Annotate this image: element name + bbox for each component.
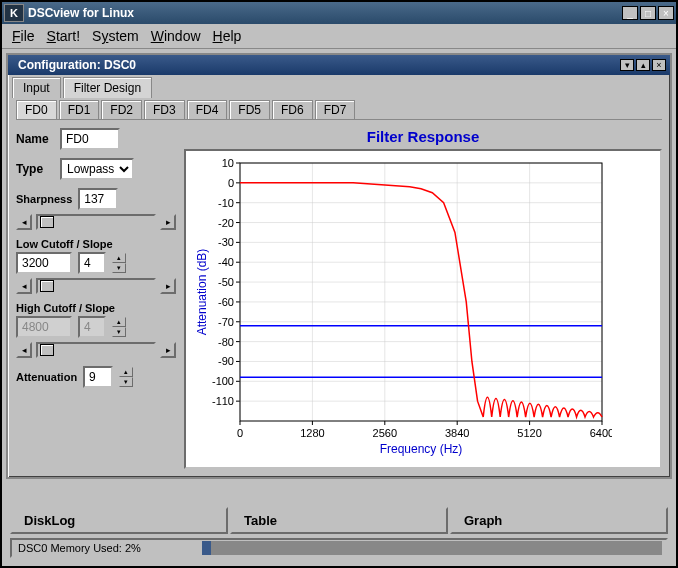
main-window: K DSCview for Linux _ □ × File Start! Sy… [0, 0, 678, 568]
low-cutoff-slider[interactable] [36, 278, 156, 294]
sharpness-slider[interactable] [36, 214, 156, 230]
config-btn-3[interactable]: × [652, 59, 666, 71]
high-slope-up: ▴ [112, 317, 126, 327]
attenuation-input[interactable] [83, 366, 113, 388]
sub-tab-fd4[interactable]: FD4 [187, 100, 228, 119]
svg-text:2560: 2560 [373, 427, 397, 439]
svg-text:0: 0 [228, 177, 234, 189]
sub-tab-fd3[interactable]: FD3 [144, 100, 185, 119]
svg-text:1280: 1280 [300, 427, 324, 439]
titlebar[interactable]: K DSCview for Linux _ □ × [2, 2, 676, 24]
config-titlebar[interactable]: Configuration: DSC0 ▾ ▴ × [8, 55, 670, 75]
chart-title: Filter Response [184, 128, 662, 145]
chart-area: Filter Response 100-10-20-30-40-50-60-70… [184, 128, 662, 469]
low-cutoff-inc[interactable]: ▸ [160, 278, 176, 294]
filter-sub-tabs: FD0FD1FD2FD3FD4FD5FD6FD7 [16, 100, 662, 120]
chart-box: 100-10-20-30-40-50-60-70-80-90-100-11001… [184, 149, 662, 469]
memory-bar [202, 541, 662, 555]
high-slope-down: ▾ [112, 327, 126, 337]
svg-text:-50: -50 [218, 276, 234, 288]
chart-svg: 100-10-20-30-40-50-60-70-80-90-100-11001… [192, 157, 612, 457]
high-cutoff-input [16, 316, 72, 338]
svg-text:3840: 3840 [445, 427, 469, 439]
sharpness-dec[interactable]: ◂ [16, 214, 32, 230]
svg-text:-110: -110 [212, 395, 234, 407]
window-title: DSCview for Linux [28, 6, 622, 20]
svg-rect-57 [240, 163, 602, 421]
graph-button[interactable]: Graph [450, 507, 668, 534]
high-cutoff-dec: ◂ [16, 342, 32, 358]
sub-tab-fd2[interactable]: FD2 [101, 100, 142, 119]
sub-tab-fd5[interactable]: FD5 [229, 100, 270, 119]
menu-start[interactable]: Start! [47, 28, 80, 44]
svg-text:Attenuation (dB): Attenuation (dB) [195, 249, 209, 336]
status-label: DSC0 Memory Used: 2% [12, 542, 202, 554]
table-button[interactable]: Table [230, 507, 448, 534]
config-window: Configuration: DSC0 ▾ ▴ × Input Filter D… [6, 53, 672, 479]
svg-text:0: 0 [237, 427, 243, 439]
config-title: Configuration: DSC0 [12, 58, 618, 72]
svg-text:-90: -90 [218, 355, 234, 367]
minimize-button[interactable]: _ [622, 6, 638, 20]
menubar: File Start! System Window Help [2, 24, 676, 49]
maximize-button[interactable]: □ [640, 6, 656, 20]
svg-text:-10: -10 [218, 197, 234, 209]
svg-text:6400: 6400 [590, 427, 612, 439]
type-select[interactable]: Lowpass [60, 158, 134, 180]
svg-text:5120: 5120 [517, 427, 541, 439]
svg-text:-100: -100 [212, 375, 234, 387]
sharpness-label: Sharpness [16, 193, 72, 205]
app-menu-icon[interactable]: K [4, 4, 24, 22]
low-slope-down[interactable]: ▾ [112, 263, 126, 273]
close-button[interactable]: × [658, 6, 674, 20]
high-cutoff-label: High Cutoff / Slope [16, 302, 176, 314]
name-label: Name [16, 132, 54, 146]
sharpness-input[interactable] [78, 188, 118, 210]
menu-window[interactable]: Window [151, 28, 201, 44]
config-btn-1[interactable]: ▾ [620, 59, 634, 71]
menu-help[interactable]: Help [213, 28, 242, 44]
name-input[interactable] [60, 128, 120, 150]
sub-tab-fd0[interactable]: FD0 [16, 100, 57, 119]
svg-text:-80: -80 [218, 336, 234, 348]
attenuation-down[interactable]: ▾ [119, 377, 133, 387]
attenuation-label: Attenuation [16, 371, 77, 383]
svg-text:-20: -20 [218, 217, 234, 229]
svg-text:-60: -60 [218, 296, 234, 308]
high-cutoff-slider [36, 342, 156, 358]
bottom-bar: DiskLog Table Graph [10, 507, 668, 534]
attenuation-up[interactable]: ▴ [119, 367, 133, 377]
status-bar: DSC0 Memory Used: 2% [10, 538, 668, 558]
controls-panel: Name Type Lowpass Sharpness ◂ [16, 128, 176, 469]
sub-tab-fd1[interactable]: FD1 [59, 100, 100, 119]
sharpness-inc[interactable]: ▸ [160, 214, 176, 230]
low-slope-input[interactable] [78, 252, 106, 274]
low-cutoff-label: Low Cutoff / Slope [16, 238, 176, 250]
sub-tab-fd7[interactable]: FD7 [315, 100, 356, 119]
low-cutoff-input[interactable] [16, 252, 72, 274]
high-cutoff-inc: ▸ [160, 342, 176, 358]
sub-tab-fd6[interactable]: FD6 [272, 100, 313, 119]
svg-text:-30: -30 [218, 236, 234, 248]
svg-text:-70: -70 [218, 316, 234, 328]
tab-input[interactable]: Input [12, 77, 61, 98]
menu-file[interactable]: File [12, 28, 35, 44]
high-slope-input [78, 316, 106, 338]
svg-text:-40: -40 [218, 256, 234, 268]
disklog-button[interactable]: DiskLog [10, 507, 228, 534]
menu-system[interactable]: System [92, 28, 139, 44]
tab-filter-design[interactable]: Filter Design [63, 77, 152, 98]
main-tabs: Input Filter Design [12, 77, 666, 98]
svg-text:10: 10 [222, 157, 234, 169]
type-label: Type [16, 162, 54, 176]
svg-text:Frequency (Hz): Frequency (Hz) [380, 442, 463, 456]
low-cutoff-dec[interactable]: ◂ [16, 278, 32, 294]
low-slope-up[interactable]: ▴ [112, 253, 126, 263]
config-btn-2[interactable]: ▴ [636, 59, 650, 71]
